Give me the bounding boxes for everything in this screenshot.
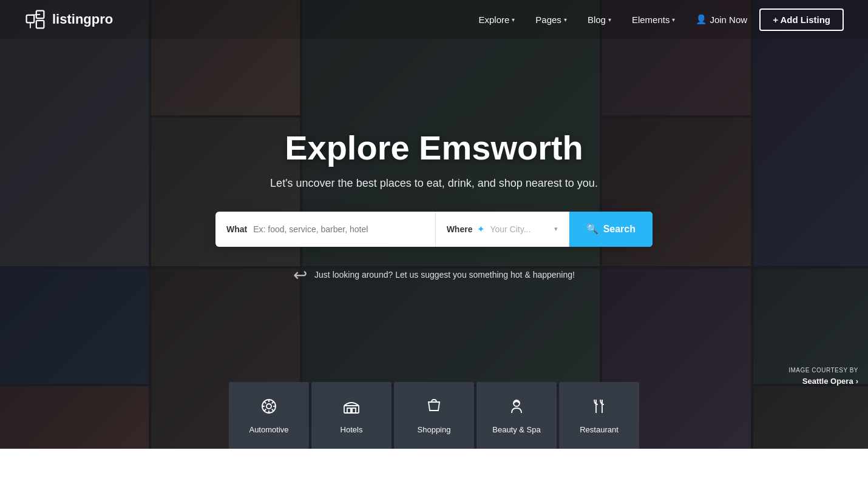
category-restaurant[interactable]: Restaurant: [559, 382, 639, 449]
where-arrow-icon: ▾: [554, 225, 558, 233]
category-hotels[interactable]: Hotels: [311, 382, 392, 449]
hotels-icon: [342, 397, 361, 418]
logo[interactable]: listingpro: [24, 8, 113, 30]
restaurant-icon: [590, 397, 608, 418]
search-icon: 🔍: [586, 223, 598, 235]
svg-rect-2: [36, 21, 44, 29]
navbar: listingpro Explore ▾ Pages ▾ Blog ▾ Elem…: [0, 0, 868, 39]
svg-rect-16: [347, 408, 351, 413]
category-automotive[interactable]: Automotive: [229, 382, 309, 449]
join-now-button[interactable]: 👤 Join Now: [687, 9, 756, 30]
suggest-icon: ↩: [293, 265, 307, 285]
location-icon: ✦: [477, 224, 485, 235]
automotive-icon: [260, 397, 278, 418]
suggest-line: ↩ Just looking around? Let us suggest yo…: [293, 265, 575, 285]
user-icon: 👤: [696, 14, 707, 25]
beauty-spa-icon: [507, 397, 526, 418]
logo-icon: [24, 8, 46, 30]
category-shopping[interactable]: Shopping: [394, 382, 474, 449]
image-courtesy-name[interactable]: Seattle Opera ›: [788, 375, 858, 388]
restaurant-label: Restaurant: [580, 425, 619, 434]
nav-explore[interactable]: Explore ▾: [470, 10, 523, 30]
svg-line-3: [30, 15, 40, 15]
nav-pages[interactable]: Pages ▾: [527, 10, 575, 30]
suggest-text: Just looking around? Let us suggest you …: [314, 270, 575, 280]
search-bar: What Where ✦ Your City... ▾ 🔍 Search: [215, 212, 653, 247]
svg-point-6: [266, 404, 271, 409]
bottom-section: [0, 449, 868, 493]
svg-rect-17: [352, 408, 356, 413]
courtesy-arrow-icon: ›: [856, 375, 858, 388]
hero-section: Explore Emsworth Let's uncover the best …: [0, 0, 868, 449]
svg-rect-0: [27, 15, 35, 23]
hero-title: Explore Emsworth: [285, 128, 583, 167]
svg-line-12: [272, 409, 274, 411]
where-label: Where: [447, 224, 473, 234]
hero-subtitle: Let's uncover the best places to eat, dr…: [270, 177, 598, 190]
svg-rect-15: [344, 406, 359, 413]
blog-chevron-icon: ▾: [608, 16, 611, 23]
what-label: What: [226, 224, 247, 234]
svg-line-14: [265, 409, 266, 411]
search-what-input[interactable]: [253, 224, 424, 234]
pages-chevron-icon: ▾: [564, 16, 567, 23]
search-button[interactable]: 🔍 Search: [569, 212, 653, 247]
explore-chevron-icon: ▾: [512, 16, 515, 23]
image-courtesy: IMAGE COURTESY BY Seattle Opera ›: [788, 366, 858, 388]
shopping-label: Shopping: [418, 425, 451, 434]
search-what-section: What: [215, 212, 436, 247]
search-where-section: Where ✦ Your City... ▾: [436, 212, 569, 247]
svg-line-11: [265, 401, 266, 403]
logo-text: listingpro: [52, 12, 113, 27]
elements-chevron-icon: ▾: [672, 16, 675, 23]
automotive-label: Automotive: [249, 425, 288, 434]
nav-links: Explore ▾ Pages ▾ Blog ▾ Elements ▾ 👤 Jo…: [470, 8, 844, 31]
city-select[interactable]: Your City...: [490, 224, 549, 234]
hero-content: Explore Emsworth Let's uncover the best …: [0, 0, 868, 449]
beauty-spa-label: Beauty & Spa: [492, 425, 541, 434]
svg-line-13: [272, 401, 274, 403]
image-courtesy-label: IMAGE COURTESY BY: [788, 366, 858, 375]
nav-blog[interactable]: Blog ▾: [579, 10, 620, 30]
hotels-label: Hotels: [341, 425, 363, 434]
add-listing-button[interactable]: + Add Listing: [759, 8, 844, 31]
nav-elements[interactable]: Elements ▾: [623, 10, 684, 30]
shopping-icon: [425, 397, 443, 418]
category-cards: Automotive Hotels Shopping: [229, 382, 639, 449]
category-beauty-spa[interactable]: Beauty & Spa: [476, 382, 557, 449]
